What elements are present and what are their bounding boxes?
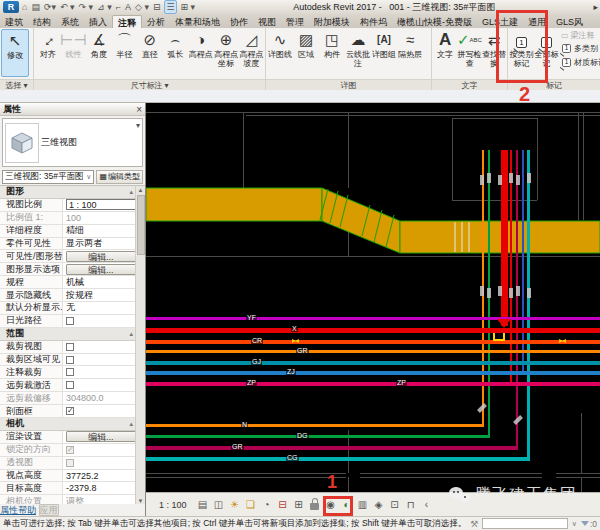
property-row-annotation-crop[interactable]: 注释裁剪 xyxy=(0,366,145,379)
property-row-discipline[interactable]: 规程机械 xyxy=(0,276,145,289)
panel-label-detail[interactable]: 详图 xyxy=(266,79,431,90)
redo-icon[interactable]: ↷ ▾ xyxy=(79,1,94,13)
panel-label-select[interactable]: 选择 ▾ xyxy=(0,79,33,90)
pipe-label[interactable]: ZJ xyxy=(286,368,296,375)
tab-component-hub[interactable]: 构件坞 xyxy=(355,15,392,28)
pipe-label[interactable]: YF xyxy=(246,314,257,321)
sun-path-icon[interactable]: ☀ xyxy=(230,499,240,510)
pipe-tag[interactable] xyxy=(509,288,513,298)
tab-glsmodel[interactable]: 橄榄山快模-免费版 xyxy=(392,15,477,28)
save-icon[interactable]: ▤ xyxy=(31,1,40,13)
sync-icon[interactable]: ⟳▾ xyxy=(44,1,56,13)
aligned-dimension-button[interactable]: ↔对齐 xyxy=(35,29,60,59)
property-row-view-scale[interactable]: 视图比例1 : 100 xyxy=(0,199,145,212)
checkbox[interactable] xyxy=(66,317,74,325)
lock-3d-view-icon[interactable] xyxy=(310,498,320,512)
checkbox[interactable] xyxy=(66,368,74,376)
region-button[interactable]: ▨区域 xyxy=(293,29,319,59)
pipe-gj[interactable] xyxy=(146,361,600,365)
scale-control[interactable]: 1 : 100 xyxy=(154,498,192,512)
spot-elevation-button[interactable]: ◑高程点 xyxy=(188,29,213,59)
valve-icon[interactable] xyxy=(559,339,566,344)
spot-coordinate-button[interactable]: ⊕高程点坐标 xyxy=(213,29,238,68)
tab-manage[interactable]: 管理 xyxy=(281,15,309,28)
selection-filter[interactable]: :0 xyxy=(581,519,597,529)
pipe-gr2[interactable] xyxy=(146,446,518,450)
type-selector[interactable]: 三维视图 ▾ xyxy=(2,118,143,167)
spot-slope-button[interactable]: ◿高程点坡度 xyxy=(239,29,264,68)
pipe-tag[interactable] xyxy=(516,286,520,296)
radial-dimension-button[interactable]: ⌒半径 xyxy=(112,29,137,59)
insulation-button[interactable]: ≈隔热层 xyxy=(397,29,423,59)
edit-button[interactable]: 编辑... xyxy=(66,251,136,262)
checkbox[interactable] xyxy=(66,381,74,389)
pipe-label[interactable]: N xyxy=(241,421,248,428)
pipe-tag[interactable] xyxy=(527,288,531,298)
angular-dimension-button[interactable]: ∡角度 xyxy=(86,29,111,59)
pipe-n[interactable] xyxy=(146,424,484,427)
section-extents[interactable]: 范围▴ xyxy=(0,328,145,341)
property-row-parts-visibility[interactable]: 零件可见性显示两者 xyxy=(0,238,145,251)
riser-pipe[interactable] xyxy=(510,150,512,382)
switch-windows-icon[interactable]: ⊞ ▾ xyxy=(181,1,196,13)
scroll-down-icon[interactable]: ▼ xyxy=(138,498,144,504)
detail-level-icon[interactable]: ▤ xyxy=(198,499,208,510)
multi-category-tag-button[interactable]: 1多类别 xyxy=(561,43,599,54)
spelling-button[interactable]: ✓ABC拼写检查 xyxy=(457,29,482,68)
collapse-icon[interactable]: ‹ xyxy=(422,499,432,510)
pipe-label[interactable]: CR xyxy=(251,337,263,344)
highlight-displacement-icon[interactable]: ⊡ xyxy=(390,499,400,510)
edit-button[interactable]: 编辑... xyxy=(66,264,136,275)
scroll-thumb[interactable] xyxy=(137,195,145,255)
worksharing-display-icon[interactable]: ⊓ xyxy=(406,499,416,510)
shadows-icon[interactable]: ❏ xyxy=(246,499,256,510)
tab-systems[interactable]: 系统 xyxy=(56,15,84,28)
pipe-x[interactable] xyxy=(146,328,600,333)
property-row-eye-elevation[interactable]: 视点高度37725.2 xyxy=(0,470,145,483)
edit-type-button[interactable]: ▦编辑类型 xyxy=(96,170,143,184)
property-row-crop-region-visible[interactable]: 裁剪区域可见 xyxy=(0,354,145,367)
property-row-target-elevation[interactable]: 目标高度-2379.8 xyxy=(0,482,145,495)
worksets-icon[interactable]: ⚒ xyxy=(470,519,478,529)
pipe-label[interactable]: GR xyxy=(231,443,244,450)
property-row-sun-path[interactable]: 日光路径 xyxy=(0,315,145,328)
section-icon[interactable]: ⊟ xyxy=(153,1,161,13)
pipe-tag[interactable] xyxy=(516,175,520,185)
pipe-dg[interactable] xyxy=(146,435,490,438)
undo-icon[interactable]: ↶ ▾ xyxy=(60,1,75,13)
material-tag-button[interactable]: 1材质标记 xyxy=(561,57,599,68)
riser-pipe[interactable] xyxy=(522,150,524,371)
valve-bracket[interactable] xyxy=(493,333,505,341)
revision-cloud-button[interactable]: ☁云线批注 xyxy=(345,29,371,68)
show-analytical-model-icon[interactable]: ◈ xyxy=(374,499,384,510)
pipe-tag[interactable] xyxy=(509,173,513,183)
infocenter-expand-icon[interactable]: ▸ xyxy=(593,2,598,12)
detail-line-button[interactable]: ∿详图线 xyxy=(267,29,293,59)
modify-button[interactable]: ↖ 修改 xyxy=(1,29,29,77)
properties-scrollbar[interactable]: ▲▼ xyxy=(135,186,145,504)
pipe-yf[interactable] xyxy=(146,317,600,320)
checkbox[interactable] xyxy=(66,343,74,351)
pipe-tag[interactable] xyxy=(480,286,484,296)
tab-massing-site[interactable]: 体量和场地 xyxy=(170,15,225,28)
property-row-analysis-display[interactable]: 默认分析显示...无 xyxy=(0,302,145,315)
property-row-show-hidden-lines[interactable]: 显示隐藏线按规程 xyxy=(0,289,145,302)
checkbox[interactable] xyxy=(66,356,74,364)
tab-architecture[interactable]: 建筑 xyxy=(0,15,28,28)
panel-label-dimension[interactable]: 尺寸标注 ▾ xyxy=(34,79,265,90)
tab-structure[interactable]: 结构 xyxy=(28,15,56,28)
pipe-cr[interactable] xyxy=(146,340,600,344)
text-button[interactable]: A文字 xyxy=(433,29,457,59)
checkbox[interactable] xyxy=(66,407,74,415)
diameter-dimension-button[interactable]: ⊘直径 xyxy=(137,29,162,59)
tab-analyze[interactable]: 分析 xyxy=(142,15,170,28)
default-3d-view-icon[interactable]: ◇ ▾ xyxy=(135,1,149,13)
property-row-vg-overrides[interactable]: 可见性/图形替...编辑... xyxy=(0,250,145,263)
tab-gls-duct[interactable]: GLS风 xyxy=(551,15,588,28)
drawing-area[interactable]: YF X CR GR GJ ZJ ZP ZP N DG GR CG xyxy=(146,103,600,492)
property-row-section-box[interactable]: 剖面框 xyxy=(0,405,145,418)
section-graphics[interactable]: 图形▴ xyxy=(0,186,145,199)
property-row-graphic-display[interactable]: 图形显示选项编辑... xyxy=(0,263,145,276)
show-crop-region-icon[interactable]: ⊞ xyxy=(294,499,304,510)
pipe-tag[interactable] xyxy=(527,173,531,183)
